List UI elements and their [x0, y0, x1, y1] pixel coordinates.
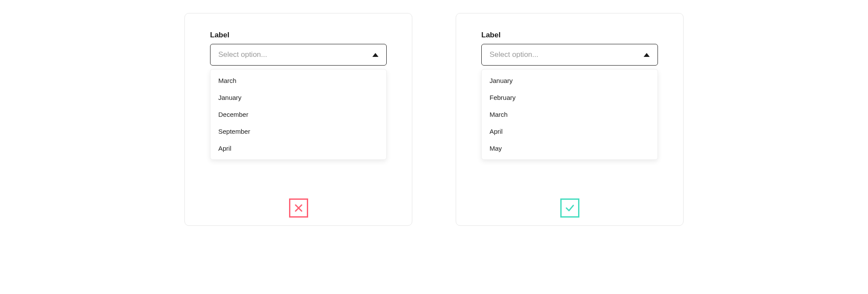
dropdown-item[interactable]: January [210, 89, 386, 106]
select-trigger[interactable]: Select option... [210, 44, 387, 66]
select-trigger[interactable]: Select option... [481, 44, 658, 66]
select-placeholder: Select option... [490, 50, 538, 59]
dropdown-item[interactable]: May [482, 140, 658, 157]
field-label: Label [210, 31, 387, 40]
select-placeholder: Select option... [218, 50, 267, 59]
dropdown-item[interactable]: December [210, 106, 386, 123]
dropdown-item[interactable]: April [482, 123, 658, 140]
good-example-card: Label Select option... January February … [456, 13, 684, 226]
dropdown-item[interactable]: March [210, 72, 386, 89]
bad-example-card: Label Select option... March January Dec… [184, 13, 412, 226]
dropdown-item[interactable]: January [482, 72, 658, 89]
check-icon [565, 203, 575, 213]
dropdown-list: March January December September April [210, 69, 387, 160]
caret-up-icon [644, 53, 650, 57]
correct-status-icon [560, 198, 579, 218]
dropdown-item[interactable]: February [482, 89, 658, 106]
x-icon [293, 203, 304, 213]
dropdown-item[interactable]: April [210, 140, 386, 157]
dropdown-item[interactable]: March [482, 106, 658, 123]
dropdown-item[interactable]: September [210, 123, 386, 140]
incorrect-status-icon [289, 198, 308, 218]
caret-up-icon [372, 53, 378, 57]
dropdown-list: January February March April May [481, 69, 658, 160]
field-label: Label [481, 31, 658, 40]
